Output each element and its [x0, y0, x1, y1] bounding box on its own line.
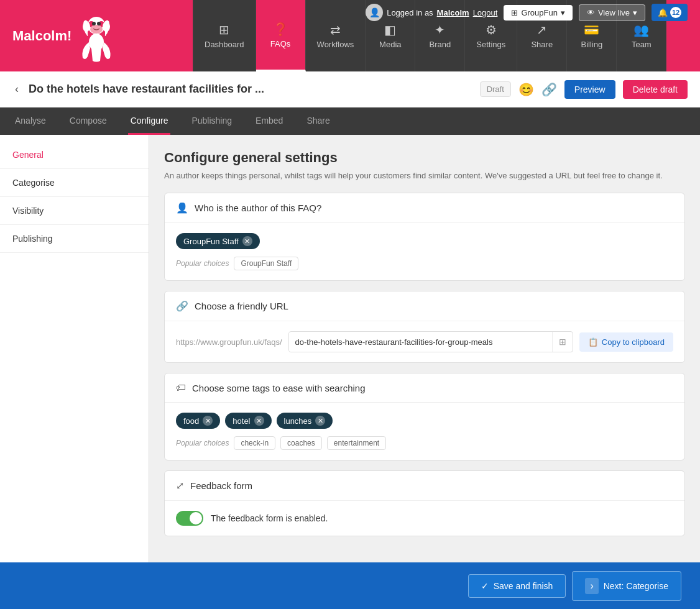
subnav-publishing[interactable]: Publishing [189, 108, 234, 135]
tag-food-label: food [183, 416, 199, 426]
svg-point-6 [92, 22, 96, 25]
popular-tag-checkin[interactable]: check-in [234, 436, 275, 450]
subnav-compose[interactable]: Compose [67, 108, 109, 135]
tab-workflows-label: Workflows [317, 40, 354, 49]
popular-author-groupfun-staff[interactable]: GroupFun Staff [234, 257, 298, 270]
workflows-icon: ⇄ [330, 22, 341, 37]
next-label: Next: Categorise [604, 581, 668, 591]
author-icon: 👤 [176, 202, 188, 214]
sidebar: General Categorise Visibility Publishing [0, 135, 149, 562]
tag-lunches[interactable]: lunches ✕ [277, 413, 333, 429]
subnav-publishing-label: Publishing [191, 116, 232, 126]
url-section: 🔗 Choose a friendly URL https://www.grou… [164, 291, 685, 363]
groupfun-button[interactable]: ⊞ GroupFun ▾ [504, 5, 573, 21]
tab-dashboard-label: Dashboard [205, 40, 244, 49]
tab-share-label: Share [531, 40, 553, 49]
feedback-toggle-row: The feedback form is enabled. [176, 511, 673, 526]
author-heading: Who is the author of this FAQ? [195, 203, 321, 213]
feedback-toggle[interactable] [176, 511, 203, 526]
tags-heading: Choose some tags to ease with searching [192, 383, 366, 393]
subnav-configure[interactable]: Configure [128, 108, 171, 135]
user-avatar: 👤 [366, 4, 383, 21]
url-expand-icon[interactable]: ⊞ [552, 332, 573, 352]
subnav-compose-label: Compose [70, 116, 107, 126]
emoji-button[interactable]: 😊 [518, 82, 534, 97]
feedback-section-body: The feedback form is enabled. [165, 501, 684, 536]
next-chevron-icon: › [585, 578, 598, 594]
feedback-section: ⤢ Feedback form The feedback form is ena… [164, 470, 685, 536]
draft-badge: Draft [480, 81, 511, 97]
faqs-icon: ❓ [273, 22, 288, 37]
subnav-configure-label: Configure [131, 116, 168, 126]
tab-team-label: Team [632, 40, 652, 49]
feedback-toggle-label: The feedback form is enabled. [211, 513, 328, 523]
tags-section-body: food ✕ hotel ✕ lunches ✕ Popular choices… [165, 403, 684, 460]
tab-faqs[interactable]: ❓ FAQs [256, 0, 306, 71]
popular-tag-coaches[interactable]: coaches [280, 436, 322, 450]
sidebar-item-general[interactable]: General [0, 141, 149, 169]
groupfun-dropdown-icon: ▾ [561, 8, 565, 17]
copy-clipboard-label: Copy to clipboard [602, 337, 665, 347]
logged-in-label: Logged in as [387, 8, 433, 17]
monkey-logo [78, 8, 115, 64]
tag-lunches-close[interactable]: ✕ [315, 416, 325, 426]
tag-icon: 🏷 [176, 382, 186, 393]
subnav-embed[interactable]: Embed [253, 108, 285, 135]
clipboard-icon: 📋 [588, 337, 598, 347]
url-section-header: 🔗 Choose a friendly URL [165, 291, 684, 321]
page-title: Do the hotels have restaurant facilities… [29, 83, 472, 96]
logout-button[interactable]: Logout [473, 8, 498, 17]
tag-lunches-label: lunches [284, 416, 312, 426]
notifications-button[interactable]: 🔔 12 [652, 4, 688, 21]
url-input-wrapper: ⊞ [288, 331, 573, 352]
groupfun-label: GroupFun [521, 8, 558, 17]
tags-section: 🏷 Choose some tags to ease with searchin… [164, 373, 685, 460]
popular-tag-entertainment[interactable]: entertainment [327, 436, 386, 450]
tag-hotel[interactable]: hotel ✕ [225, 413, 271, 429]
bell-icon: 🔔 [658, 8, 668, 17]
delete-draft-button[interactable]: Delete draft [623, 80, 688, 99]
sidebar-item-categorise[interactable]: Categorise [0, 169, 149, 197]
eye-icon: 👁 [587, 8, 595, 17]
tag-hotel-close[interactable]: ✕ [254, 416, 264, 426]
tags-popular-choices: Popular choices check-in coaches enterta… [176, 436, 673, 450]
link-icon: 🔗 [176, 300, 188, 312]
sidebar-visibility-label: Visibility [12, 206, 44, 216]
selected-author-tag[interactable]: GroupFun Staff ✕ [176, 233, 260, 249]
sub-nav: Analyse Compose Configure Publishing Emb… [0, 108, 700, 135]
view-live-button[interactable]: 👁 View live ▾ [579, 4, 645, 21]
tag-food-close[interactable]: ✕ [203, 416, 213, 426]
view-live-dropdown-icon: ▾ [633, 8, 637, 17]
save-finish-button[interactable]: ✓ Save and finish [468, 574, 566, 598]
main-layout: General Categorise Visibility Publishing… [0, 135, 700, 562]
content-area: Configure general settings An author kee… [149, 135, 700, 562]
tab-dashboard[interactable]: ⊞ Dashboard [193, 0, 256, 71]
sidebar-item-visibility[interactable]: Visibility [0, 197, 149, 225]
checkmark-icon: ✓ [481, 581, 489, 591]
back-button[interactable]: ‹ [12, 80, 21, 98]
sidebar-item-publishing[interactable]: Publishing [0, 225, 149, 253]
subnav-share[interactable]: Share [304, 108, 332, 135]
author-popular-label: Popular choices [176, 259, 229, 268]
tab-workflows[interactable]: ⇄ Workflows [306, 0, 366, 71]
share-icon-button[interactable]: 🔗 [541, 82, 557, 97]
author-section-body: GroupFun Staff ✕ Popular choices GroupFu… [165, 223, 684, 280]
view-live-label: View live [598, 8, 630, 17]
top-bar: Malcolm! ⊞ Dashboard ❓ FAQs [0, 0, 700, 71]
groupfun-icon: ⊞ [511, 8, 518, 17]
subnav-analyse[interactable]: Analyse [12, 108, 48, 135]
feedback-icon: ⤢ [176, 480, 184, 492]
copy-clipboard-button[interactable]: 📋 Copy to clipboard [579, 332, 673, 352]
tag-food[interactable]: food ✕ [176, 413, 220, 429]
preview-button[interactable]: Preview [564, 80, 615, 99]
subnav-analyse-label: Analyse [15, 116, 46, 126]
tab-faqs-label: FAQs [270, 39, 291, 48]
sidebar-categorise-label: Categorise [12, 178, 55, 188]
bottom-bar: ✓ Save and finish › Next: Categorise [0, 562, 700, 609]
tab-media-label: Media [379, 40, 401, 49]
save-finish-label: Save and finish [494, 581, 553, 591]
author-tag-close[interactable]: ✕ [242, 236, 252, 246]
next-button[interactable]: › Next: Categorise [572, 571, 681, 601]
tab-billing-label: Billing [581, 40, 602, 49]
url-input[interactable] [289, 332, 552, 352]
